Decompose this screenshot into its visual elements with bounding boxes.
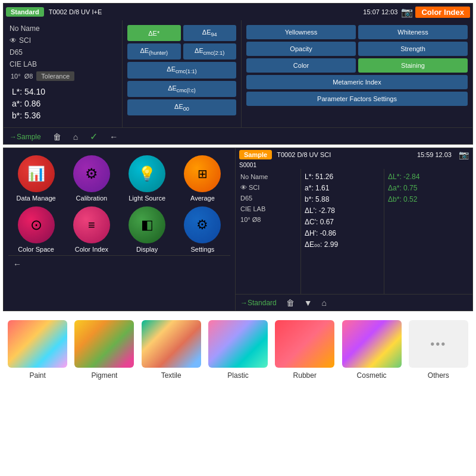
s2-left-menu: 📊 Data Manage ⚙ Calibration 💡 Light Sour… bbox=[4, 148, 235, 311]
average-item[interactable]: ⊞ Average bbox=[177, 155, 228, 202]
applications-section: Paint Pigment Textile Plastic Rubber bbox=[3, 314, 473, 386]
light-source-icon: 💡 bbox=[129, 155, 165, 192]
screen1-footer: →→SampleSample 🗑 ⌂ ✓ ← bbox=[4, 127, 472, 145]
s2-degree: 10° Ø8 bbox=[238, 214, 298, 225]
delta-e00-btn[interactable]: ΔE00 bbox=[127, 99, 236, 115]
delta-grid: ΔE* ΔE94 ΔE(hunter) ΔEcmc(2:1) ΔEcmc(1:1… bbox=[125, 23, 239, 118]
s2-header-time: 15:59 12.03 bbox=[417, 151, 452, 158]
standard-btn[interactable]: →Standard bbox=[240, 299, 277, 307]
textile-thumb bbox=[142, 320, 201, 368]
cosmetic-thumb bbox=[342, 320, 402, 368]
color-index-item[interactable]: ≡ Color Index bbox=[66, 206, 117, 253]
home-icon[interactable]: ⌂ bbox=[73, 132, 78, 142]
s2-delta-h: ΔH': -0.86 bbox=[305, 229, 380, 237]
paint-label: Paint bbox=[29, 371, 45, 380]
device-info: T0002 D/8 UV I+E bbox=[49, 8, 364, 15]
down-arrow-icon[interactable]: ▼ bbox=[304, 298, 312, 308]
cie-lab-label: CIE LAB bbox=[10, 60, 37, 68]
l-value: L*: 54.10 bbox=[12, 87, 114, 96]
cie-lab-item: CIE LAB bbox=[6, 58, 120, 70]
rubber-item[interactable]: Rubber bbox=[273, 320, 336, 380]
back-icon-2[interactable]: ← bbox=[13, 259, 21, 269]
display-label: Display bbox=[136, 246, 158, 253]
home-icon-2[interactable]: ⌂ bbox=[322, 298, 327, 308]
s2-delta-l2: ΔL': -2.78 bbox=[305, 206, 380, 215]
delta-cmclc-btn[interactable]: ΔEcmc(l:c) bbox=[127, 81, 236, 97]
paint-item[interactable]: Paint bbox=[6, 320, 69, 380]
textile-label: Textile bbox=[161, 371, 181, 380]
s2-delta-values: ΔL*: -2.84 Δa*: 0.75 Δb*: 0.52 bbox=[384, 169, 472, 294]
s2-data-sidebar: No Name 👁 SCI D65 CIE LAB 10° Ø8 bbox=[236, 169, 301, 294]
settings-item[interactable]: ⚙ Settings bbox=[177, 206, 228, 253]
display-item[interactable]: ◧ Display bbox=[122, 206, 173, 253]
delta-e94-btn[interactable]: ΔE94 bbox=[183, 25, 237, 41]
data-manage-icon: 📊 bbox=[18, 155, 55, 192]
color-space-label: Color Space bbox=[18, 246, 54, 253]
delta-cmc2-btn[interactable]: ΔEcmc(2:1) bbox=[183, 43, 237, 60]
plastic-label: Plastic bbox=[227, 371, 248, 380]
color-btn[interactable]: Color bbox=[246, 58, 356, 73]
eye-icon: 👁 bbox=[10, 36, 17, 45]
textile-item[interactable]: Textile bbox=[140, 320, 203, 380]
plastic-item[interactable]: Plastic bbox=[206, 320, 270, 380]
paint-thumb bbox=[8, 320, 67, 368]
standard-badge: Standard bbox=[6, 7, 44, 17]
s2-cie-lab: CIE LAB bbox=[238, 203, 298, 214]
icon-grid: 📊 Data Manage ⚙ Calibration 💡 Light Sour… bbox=[8, 153, 230, 255]
check-icon[interactable]: ✓ bbox=[90, 131, 98, 142]
settings-icon: ⚙ bbox=[184, 206, 221, 243]
s2-delta-a-star: Δa*: 0.75 bbox=[388, 184, 469, 192]
light-source-item[interactable]: 💡 Light Source bbox=[122, 155, 173, 202]
s2-device-info: T0002 D/8 UV SCI bbox=[277, 151, 412, 158]
aperture-label: Ø8 bbox=[24, 73, 33, 80]
calibration-item[interactable]: ⚙ Calibration bbox=[66, 155, 117, 202]
data-manage-item[interactable]: 📊 Data Manage bbox=[11, 155, 61, 202]
s2-delta-e: ΔE₀₀: 2.99 bbox=[305, 240, 380, 249]
calibration-icon: ⚙ bbox=[73, 155, 110, 192]
delta-hunter-btn[interactable]: ΔE(hunter) bbox=[127, 43, 181, 60]
degree-row: 10° Ø8 Tolerance bbox=[6, 70, 120, 82]
param-factors-btn[interactable]: Parameter Factors Settings bbox=[246, 92, 468, 106]
color-index-icon: ≡ bbox=[73, 206, 110, 243]
strength-btn[interactable]: Strength bbox=[358, 42, 468, 56]
color-space-item[interactable]: ⊙ Color Space bbox=[11, 206, 61, 253]
s2-camera-icon[interactable]: 📷 bbox=[459, 150, 469, 159]
cosmetic-item[interactable]: Cosmetic bbox=[340, 320, 403, 380]
s1-left-panel: No Name 👁 SCI D65 CIE LAB 10° Ø8 Toleran… bbox=[4, 20, 123, 127]
camera-icon[interactable]: 📷 bbox=[401, 7, 413, 18]
yellowness-btn[interactable]: Yellowness bbox=[246, 25, 356, 39]
others-thumb: ••• bbox=[409, 320, 468, 368]
s2-left-footer: ← bbox=[8, 255, 230, 272]
staining-btn[interactable]: Staining bbox=[358, 58, 468, 73]
cosmetic-label: Cosmetic bbox=[357, 371, 387, 380]
a-value: a*: 0.86 bbox=[12, 99, 114, 108]
degree-label: 10° bbox=[11, 73, 21, 80]
delta-cmc1-btn[interactable]: ΔEcmc(1:1) bbox=[127, 62, 236, 78]
s2-right-header: Sample T0002 D/8 UV SCI 15:59 12.03 📷 bbox=[236, 148, 472, 161]
metameric-btn[interactable]: Metameric Index bbox=[246, 75, 468, 89]
settings-label: Settings bbox=[191, 246, 215, 253]
others-item[interactable]: ••• Others bbox=[407, 320, 470, 380]
tolerance-button[interactable]: Tolerance bbox=[36, 71, 74, 81]
b-value: b*: 5.36 bbox=[12, 111, 114, 120]
pigment-thumb bbox=[74, 320, 134, 368]
calibration-label: Calibration bbox=[76, 195, 108, 202]
pigment-item[interactable]: Pigment bbox=[73, 320, 136, 380]
rubber-label: Rubber bbox=[293, 371, 317, 380]
rubber-thumb bbox=[275, 320, 334, 368]
whiteness-btn[interactable]: Whiteness bbox=[358, 25, 468, 39]
opacity-btn[interactable]: Opacity bbox=[246, 42, 356, 56]
sample-btn[interactable]: →→SampleSample bbox=[10, 133, 41, 141]
delta-e-star-btn[interactable]: ΔE* bbox=[127, 25, 181, 41]
trash-icon[interactable]: 🗑 bbox=[53, 132, 61, 142]
s2-right-footer: →Standard 🗑 ▼ ⌂ bbox=[236, 294, 472, 311]
sample-id: S0001 bbox=[236, 161, 472, 169]
sci-item: 👁 SCI bbox=[6, 35, 120, 46]
paint-image bbox=[8, 320, 67, 368]
trash-icon-2[interactable]: 🗑 bbox=[286, 298, 295, 308]
back-icon[interactable]: ← bbox=[109, 132, 118, 142]
sample-badge: Sample bbox=[239, 150, 272, 159]
screen2-main-menu: 📊 Data Manage ⚙ Calibration 💡 Light Sour… bbox=[3, 148, 473, 311]
screen1-body: No Name 👁 SCI D65 CIE LAB 10° Ø8 Toleran… bbox=[4, 20, 472, 127]
others-label: Others bbox=[428, 371, 449, 380]
